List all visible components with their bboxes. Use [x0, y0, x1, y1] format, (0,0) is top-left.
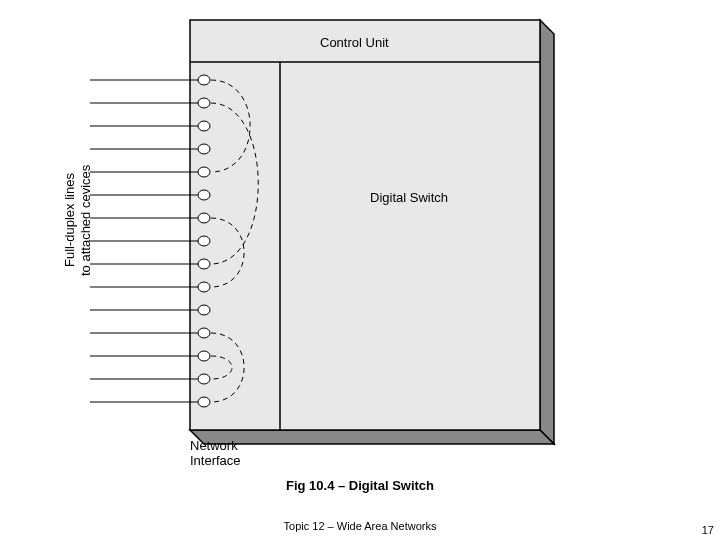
svg-point-6: [198, 75, 210, 85]
diagram-svg: [0, 0, 720, 540]
network-interface-label: Network Interface: [190, 438, 241, 468]
svg-point-34: [198, 397, 210, 407]
svg-point-8: [198, 98, 210, 108]
svg-point-32: [198, 374, 210, 384]
svg-point-18: [198, 213, 210, 223]
svg-point-22: [198, 259, 210, 269]
svg-point-12: [198, 144, 210, 154]
svg-point-24: [198, 282, 210, 292]
side-label-line2: to attached cevices: [78, 164, 93, 275]
svg-marker-0: [540, 20, 554, 444]
slide: Full-duplex lines to attached cevices Co…: [0, 0, 720, 540]
page-number: 17: [702, 524, 714, 536]
svg-point-20: [198, 236, 210, 246]
figure-caption: Fig 10.4 – Digital Switch: [0, 478, 720, 493]
svg-point-30: [198, 351, 210, 361]
svg-marker-1: [190, 430, 554, 444]
svg-point-16: [198, 190, 210, 200]
side-label: Full-duplex lines to attached cevices: [62, 120, 93, 320]
control-unit-label: Control Unit: [320, 35, 389, 50]
svg-rect-2: [190, 20, 540, 430]
footer-text: Topic 12 – Wide Area Networks: [0, 520, 720, 532]
svg-point-14: [198, 167, 210, 177]
side-label-line1: Full-duplex lines: [62, 173, 77, 267]
svg-point-26: [198, 305, 210, 315]
svg-point-10: [198, 121, 210, 131]
digital-switch-label: Digital Switch: [370, 190, 448, 205]
svg-point-28: [198, 328, 210, 338]
